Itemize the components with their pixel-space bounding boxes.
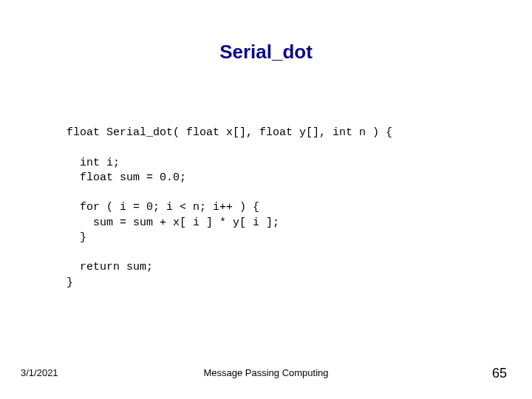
slide-title: Serial_dot <box>0 41 532 64</box>
footer-page-number: 65 <box>492 366 507 381</box>
code-block: float Serial_dot( float x[], float y[], … <box>66 126 392 290</box>
slide: Serial_dot float Serial_dot( float x[], … <box>0 0 532 399</box>
footer-center: Message Passing Computing <box>0 367 532 378</box>
